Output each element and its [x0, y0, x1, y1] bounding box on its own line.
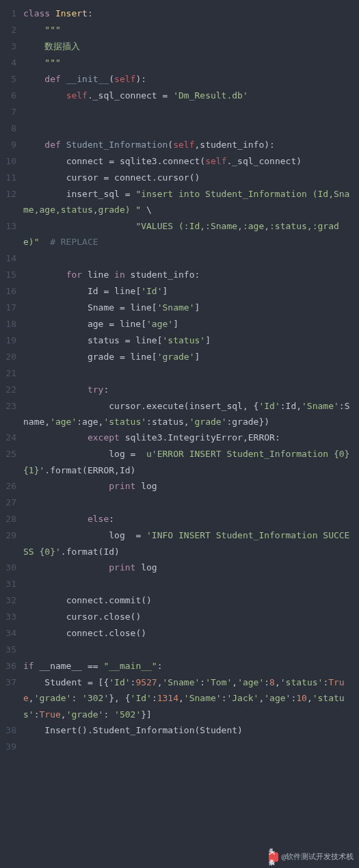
token-ident: ERROR [248, 432, 275, 443]
code-line: 18 age = line['age'] [0, 316, 359, 332]
token-ident: line [82, 269, 114, 280]
token-num: 10 [296, 693, 307, 703]
token-paren: , [296, 401, 302, 411]
token-ident: grade [232, 417, 258, 427]
token-paren: : [152, 693, 157, 703]
token-ident: connect [23, 156, 109, 166]
token-dot: . [88, 90, 93, 101]
token-paren: ( [109, 74, 114, 84]
token-ident [23, 514, 88, 524]
token-paren: [ [152, 302, 157, 313]
token-classname: Insert [55, 8, 88, 18]
token-op: == [88, 661, 98, 671]
token-paren: : [275, 432, 280, 443]
token-string: 'Sname' [157, 302, 195, 313]
token-self: self [114, 74, 135, 84]
token-paren: ) [114, 547, 120, 557]
token-ident: connect [23, 628, 103, 638]
token-paren: }] [141, 709, 152, 720]
code-content: for line in student_info: [23, 267, 359, 282]
line-number: 8 [0, 120, 23, 136]
token-ident: line [109, 286, 135, 296]
code-line: 11 cursor = connect.cursor() [0, 170, 359, 186]
line-number: 29 [0, 527, 23, 543]
code-line: 22 try: [0, 382, 359, 398]
code-line: 39 [0, 739, 359, 755]
token-ident: format [50, 465, 82, 475]
token-paren: ] [194, 352, 200, 362]
line-number: 26 [0, 478, 23, 494]
line-number: 21 [0, 365, 23, 381]
token-ident [23, 481, 109, 491]
token-keyword: except [88, 432, 120, 443]
token-ident: line [125, 352, 152, 362]
line-number: 10 [0, 153, 23, 169]
code-line: 4 """ [0, 55, 359, 71]
token-def: Student_Information [66, 140, 168, 150]
token-paren: { [125, 693, 131, 703]
token-keyword: class [23, 8, 50, 18]
line-number: 31 [0, 576, 23, 592]
token-string: 'Sname' [184, 693, 222, 703]
line-number: 25 [0, 446, 23, 462]
line-number: 16 [0, 283, 23, 299]
token-ident [141, 205, 146, 215]
line-number: 30 [0, 560, 23, 575]
token-ident [77, 693, 82, 703]
token-ident: connect [163, 156, 200, 166]
token-ident [168, 90, 173, 101]
token-paren: ] [194, 302, 200, 313]
token-self: self [173, 140, 194, 150]
token-string: 'grade' [66, 709, 104, 720]
code-editor: 1class Insert:2 """3 数据插入4 """5 def __in… [0, 5, 359, 755]
token-paren: : [103, 384, 109, 395]
token-ident: Id [103, 547, 114, 557]
token-paren: () [135, 628, 146, 638]
token-ident [23, 384, 88, 395]
token-ident: insert_sql [23, 189, 125, 199]
code-line: 26 print log [0, 478, 359, 495]
code-line: 33 cursor.close() [0, 609, 359, 625]
token-paren: ( [82, 465, 88, 475]
token-keyword: def [44, 74, 60, 84]
token-paren: [ [141, 319, 146, 329]
line-number: 12 [0, 186, 23, 202]
token-paren: , [178, 693, 184, 703]
code-line: 1class Insert: [0, 5, 359, 22]
token-ident: Student [23, 677, 88, 687]
code-content: class Insert: [23, 5, 359, 21]
token-string: """ [44, 25, 60, 35]
token-ident: sqlite3 [114, 156, 157, 166]
token-ident: execute [146, 401, 184, 411]
line-number: 13 [0, 218, 23, 234]
code-line: 2 """ [0, 22, 359, 38]
token-string: '302' [82, 693, 109, 703]
token-paren: [ [152, 352, 157, 362]
token-string: 'age' [237, 677, 264, 687]
token-paren: ] [205, 335, 211, 345]
token-paren: , [307, 693, 313, 703]
token-num: 9527 [135, 677, 157, 687]
token-ident [50, 8, 55, 18]
code-line: 7 [0, 104, 359, 120]
line-number: 20 [0, 349, 23, 365]
code-line: 38 Insert().Student_Information(Student) [0, 722, 359, 739]
line-number: 27 [0, 495, 23, 510]
token-ident: status [23, 335, 125, 345]
token-string: 'Sname' [302, 401, 339, 411]
token-const: True [39, 709, 60, 720]
token-ident: log [23, 530, 135, 540]
token-dot: . [44, 465, 50, 475]
token-paren: ): [264, 140, 275, 150]
line-number: 39 [0, 739, 23, 754]
token-paren: ( [200, 156, 205, 166]
token-ident [23, 41, 44, 51]
token-paren: [{ [98, 677, 109, 687]
token-ident: ERROR [88, 465, 114, 475]
token-self: self [205, 156, 226, 166]
code-content: def Student_Information(self,student_inf… [23, 137, 359, 153]
token-paren: () [141, 595, 152, 605]
line-number: 4 [0, 55, 23, 70]
code-content: "VALUES (:Id,:Sname,:age,:status,:grade)… [23, 218, 359, 250]
token-ident [23, 221, 135, 231]
